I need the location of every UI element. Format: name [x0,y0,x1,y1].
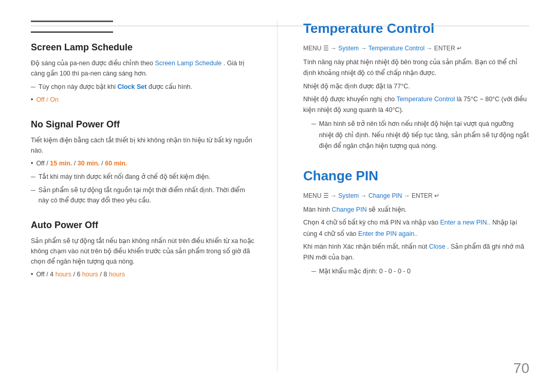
60min: 60 min. [105,160,127,167]
temp-body1: Tính năng này phát hiện nhiệt độ bên tro… [303,57,529,79]
close-highlight: Close [429,243,446,250]
pin-body1-post: sẽ xuất hiện. [368,206,406,213]
note-content: Tùy chọn này được bật khi Clock Set được… [39,82,192,92]
note-dash-1: Tùy chọn này được bật khi Clock Set được… [31,82,256,92]
temperature-menu-path: MENU ☰ → System → Temperature Control → … [303,45,529,52]
temp-control-highlight: Temperature Control [396,96,455,103]
pin-body3-pre: Khi màn hình Xác nhận biến mất, nhấn nút [303,243,427,250]
bullet-off-on: Off / On [31,95,256,105]
15min: 15 min. [50,160,72,167]
right-column: Temperature Control MENU ☰ → System → Te… [278,21,529,371]
section-screen-lamp-schedule: Screen Lamp Schedule Độ sáng của pa-nen … [31,42,256,105]
enter-icon-temp: ↵ [457,45,462,52]
section-change-pin: Change PIN MENU ☰ → System → Change PIN … [303,168,529,277]
section-temperature-control: Temperature Control MENU ☰ → System → Te… [303,21,529,152]
screen-lamp-schedule-title: Screen Lamp Schedule [31,42,256,53]
page-number: 70 [513,360,529,377]
clock-set-highlight: Clock Set [117,83,146,90]
no-signal-power-off-title: No Signal Power Off [31,119,256,130]
change-pin-menu-path: MENU ☰ → System → Change PIN → ENTER ↵ [303,192,529,199]
section-auto-power-off: Auto Power Off Sản phẩm sẽ tự động tắt n… [31,220,256,279]
auto-power-text: Sản phẩm sẽ tự động tắt nếu bạn không nh… [31,237,254,265]
temp-control-link: Temperature Control [368,45,424,52]
30min: 30 min. [78,160,100,167]
enter-pin-again: Enter the PIN again.. [358,230,418,237]
pin-note: Mật khẩu mặc định: 0 - 0 - 0 - 0 [311,266,529,277]
pin-note-text: Mật khẩu mặc định: 0 - 0 - 0 - 0 [319,266,411,277]
system-link-temp: System [338,45,359,52]
hours-label: Off / 4 hours / 6 hours / 8 hours [36,269,125,279]
top-rule [31,26,529,26]
hours-4: hours [55,271,71,278]
temp-note: Màn hình sẽ trở nên tối hơn nếu nhiệt độ… [311,119,529,152]
change-pin-highlight: Change PIN [332,206,367,213]
left-top-bar [31,31,113,33]
change-pin-link: Change PIN [368,192,402,199]
screen-lamp-schedule-body: Độ sáng của pa-nen được điều chỉnh theo … [31,58,256,105]
body-text: Độ sáng của pa-nen được điều chỉnh theo [31,60,153,67]
change-pin-body: Màn hình Change PIN sẽ xuất hiện. Chọn 4… [303,204,529,277]
bullet-no-signal: Off / 15 min. / 30 min. / 60 min. [31,158,256,169]
temp-body3: Nhiệt độ được khuyến nghị cho Temperatur… [303,94,529,116]
auto-power-off-title: Auto Power Off [31,220,256,231]
section-no-signal-power-off: No Signal Power Off Tiết kiệm điện bằng … [31,119,256,206]
temperature-control-title: Temperature Control [303,21,529,36]
temp-note-text: Màn hình sẽ trở nên tối hơn nếu nhiệt độ… [319,119,529,152]
note-text-2: Sản phẩm sẽ tự động tắt nguồn tại một th… [39,185,256,206]
auto-power-off-body: Sản phẩm sẽ tự động tắt nếu bạn không nh… [31,236,256,279]
note-clock-set: Tắt khi máy tính được kết nối đang ở chế… [31,172,256,182]
pin-body3: Khi màn hình Xác nhận biến mất, nhấn nút… [303,241,529,264]
left-column: Screen Lamp Schedule Độ sáng của pa-nen … [31,21,278,371]
pin-body1-pre: Màn hình [303,206,330,213]
temp-body3-pre: Nhiệt độ được khuyến nghị cho [303,96,395,103]
note-text-1: Tắt khi máy tính được kết nối đang ở chế… [39,172,211,182]
note-auto-off: Sản phẩm sẽ tự động tắt nguồn tại một th… [31,185,256,206]
hours-8: hours [109,271,125,278]
body-highlight: Screen Lamp Schedule [155,60,221,67]
change-pin-title: Change PIN [303,168,529,184]
temperature-body: Tính năng này phát hiện nhiệt độ bên tro… [303,57,529,152]
bullet-auto-power: Off / 4 hours / 6 hours / 8 hours [31,269,256,279]
no-signal-text: Tiết kiệm điện bằng cách tắt thiết bị kh… [31,137,252,154]
temp-body2: Nhiệt độ mặc định được đặt là 77°C. [303,81,529,92]
pin-body2-pre: Chọn 4 chữ số bất kỳ cho mã PIN và nhập … [303,219,438,226]
enter-new-pin: Enter a new PIN.. [440,219,491,226]
menu-icon-pin: ☰ [323,192,329,199]
system-link-pin: System [338,192,359,199]
menu-icon: ☰ [323,45,329,52]
pin-body1: Màn hình Change PIN sẽ xuất hiện. [303,204,529,215]
off-on-label: Off / On [36,95,59,105]
hours-6: hours [82,271,98,278]
enter-icon-pin: ↵ [434,192,439,199]
pin-body2: Chọn 4 chữ số bất kỳ cho mã PIN và nhập … [303,217,529,239]
no-signal-body: Tiết kiệm điện bằng cách tắt thiết bị kh… [31,135,256,206]
bullet-off: Off / 15 min. / 30 min. / 60 min. [36,158,127,169]
